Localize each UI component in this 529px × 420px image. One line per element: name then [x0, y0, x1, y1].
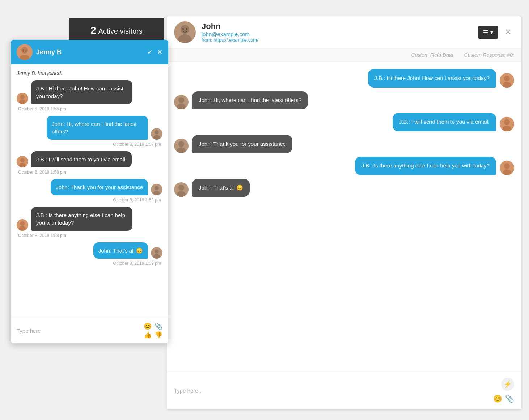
main-panel: John john@example.com from: https://.exa…: [166, 16, 522, 409]
thumbs-up-icon[interactable]: 👍: [144, 331, 152, 339]
widget-msg-row: J.B.: Is there anything else I can help …: [17, 207, 162, 231]
system-message: Jenny B. has joined.: [17, 70, 162, 76]
main-close-button[interactable]: ✕: [502, 26, 514, 38]
msg-time: October 8, 2019 1:56 pm: [17, 106, 162, 111]
msg-time: October 8, 2019 1:58 pm: [17, 198, 162, 203]
main-agent-avatar: [500, 73, 514, 88]
widget-msg-row: J.B.: Hi there John! How can I assist yo…: [17, 80, 162, 104]
custom-field-label: Custom Field Data: [411, 52, 453, 58]
main-msg-row: J.B.: Hi there John! How can I assist yo…: [174, 69, 514, 88]
msg-time: October 8, 2019 1:58 pm: [17, 233, 162, 238]
main-emoji-icon[interactable]: 😊: [493, 394, 502, 403]
main-footer: Type here... ⚡ 😊 📎: [167, 372, 521, 409]
agent-avatar: [17, 44, 33, 60]
svg-point-44: [178, 185, 184, 191]
visitors-count: 2: [90, 25, 96, 36]
custom-response-label: Custom Response #0:: [464, 52, 514, 58]
main-attach-icon[interactable]: 📎: [505, 394, 514, 403]
main-msg-row: J.B.: Is there anything else I can help …: [174, 157, 514, 175]
agent-small-avatar: [17, 219, 28, 231]
svg-point-41: [504, 163, 510, 169]
footer-icons-bottom: 👍 👎: [144, 331, 162, 339]
agent-small-avatar: [17, 156, 28, 167]
svg-point-27: [186, 28, 187, 30]
visitors-bar: 2Active visitors: [69, 18, 164, 43]
msg-time: October 8, 2019 1:57 pm: [17, 142, 162, 147]
chat-widget: Jenny B ✓ ✕ Jenny B. has joined. J.B.: H…: [11, 40, 168, 343]
main-user-name: John: [202, 22, 472, 31]
msg-time: October 8, 2019 1:59 pm: [17, 261, 162, 266]
menu-chevron: ▾: [490, 29, 493, 36]
widget-bubble: John: Hi, where can I find the latest of…: [47, 116, 148, 140]
msg-time: October 8, 2019 1:58 pm: [17, 170, 162, 175]
svg-point-4: [26, 50, 27, 51]
main-panel-header: John john@example.com from: https://.exa…: [167, 16, 521, 48]
main-bubble: John: Hi, where can I find the latest of…: [192, 91, 308, 110]
widget-chat-body: Jenny B. has joined. J.B.: Hi there John…: [11, 64, 168, 318]
widget-bubble: J.B.: I will send them to you via email.: [31, 151, 132, 167]
svg-point-9: [155, 130, 159, 135]
svg-point-26: [182, 28, 184, 30]
thumbs-down-icon[interactable]: 👎: [155, 331, 162, 339]
main-msg-row: John: That's all 😊: [174, 179, 514, 197]
widget-footer-icons: 😊 📎 👍 👎: [144, 322, 162, 339]
main-header-info: John john@example.com from: https://.exa…: [202, 22, 472, 43]
svg-point-1: [21, 47, 28, 54]
main-user-email: john@example.com: [202, 31, 472, 37]
main-msg-row: John: Hi, where can I find the latest of…: [174, 91, 514, 110]
main-header-actions: ☰ ▾ ✕: [478, 26, 514, 39]
close-widget-icon[interactable]: ✕: [157, 48, 162, 56]
main-chat-area: J.B.: Hi there John! How can I assist yo…: [167, 62, 521, 372]
footer-icons-top: 😊 📎: [144, 322, 162, 330]
widget-msg-row: J.B.: I will send them to you via email.: [17, 151, 162, 167]
svg-point-18: [20, 221, 25, 226]
svg-point-21: [155, 249, 159, 254]
main-menu-button[interactable]: ☰ ▾: [478, 26, 498, 39]
agent-small-avatar: [17, 93, 28, 104]
svg-point-12: [20, 158, 25, 162]
svg-point-29: [504, 76, 510, 81]
widget-bubble: J.B.: Is there anything else I can help …: [31, 207, 132, 231]
main-agent-avatar: [500, 117, 514, 131]
main-bubble: J.B.: Is there anything else I can help …: [355, 157, 496, 175]
main-msg-row: John: Thank you for your assistance: [174, 135, 514, 153]
svg-point-32: [178, 97, 184, 103]
main-footer-icons: ⚡ 😊 📎: [493, 378, 514, 403]
main-user-avatar-sm: [174, 139, 189, 153]
main-bubble: J.B.: I will send them to you via email.: [393, 113, 496, 131]
main-user-avatar: [174, 21, 196, 43]
menu-icon: ☰: [483, 29, 488, 36]
lightning-button[interactable]: ⚡: [501, 378, 514, 391]
widget-footer: Type here 😊 📎 👍 👎: [11, 318, 168, 343]
widget-bubble: John: That's all 😊: [93, 242, 148, 259]
svg-point-6: [20, 95, 25, 99]
attach-icon[interactable]: 📎: [155, 322, 162, 330]
agent-name-widget: Jenny B: [36, 48, 62, 56]
main-user-avatar-sm: [174, 182, 189, 197]
main-bubble: J.B.: Hi there John! How can I assist yo…: [368, 69, 496, 88]
main-bubble: John: Thank you for your assistance: [192, 135, 292, 153]
main-agent-avatar: [500, 161, 514, 175]
widget-type-input[interactable]: Type here: [17, 328, 144, 334]
user-small-avatar: [151, 247, 162, 259]
info-bar: Custom Field Data Custom Response #0:: [167, 48, 521, 62]
emoji-icon[interactable]: 😊: [144, 322, 152, 330]
main-type-input[interactable]: Type here...: [174, 387, 493, 394]
main-user-avatar-sm: [174, 95, 189, 109]
widget-bubble: John: Thank you for your assistance: [51, 179, 148, 195]
agent-info: Jenny B: [17, 44, 62, 60]
widget-msg-row: John: Thank you for your assistance: [17, 179, 162, 195]
main-header-from: from: https://.example.com/: [202, 37, 472, 43]
svg-point-15: [155, 186, 159, 190]
check-icon[interactable]: ✓: [147, 48, 153, 56]
header-actions: ✓ ✕: [147, 48, 162, 56]
svg-point-3: [23, 50, 24, 51]
svg-point-38: [178, 141, 184, 147]
footer-icons-bottom: 😊 📎: [493, 394, 514, 403]
visitors-label: Active visitors: [98, 27, 143, 35]
user-small-avatar: [151, 128, 162, 140]
widget-msg-row: John: Hi, where can I find the latest of…: [17, 116, 162, 140]
widget-bubble: J.B.: Hi there John! How can I assist yo…: [31, 80, 132, 104]
user-small-avatar: [151, 184, 162, 195]
main-bubble: John: That's all 😊: [192, 179, 250, 197]
